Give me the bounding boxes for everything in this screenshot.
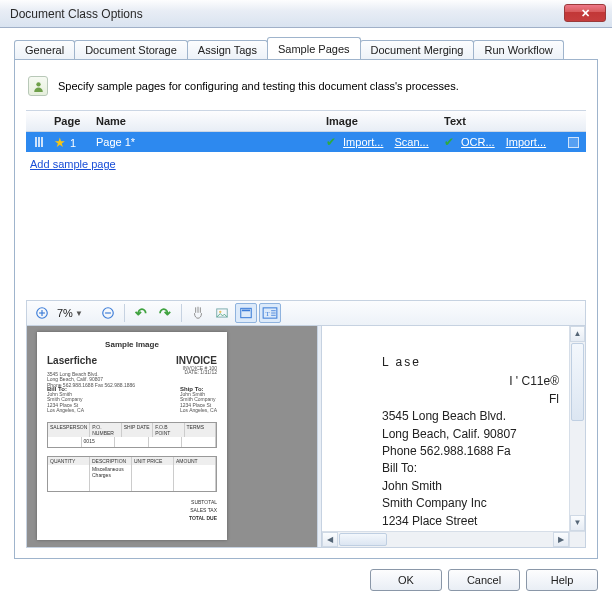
table-header: Page Name Image Text (26, 110, 586, 132)
help-button[interactable]: Help (526, 569, 598, 591)
zoom-out-button[interactable] (97, 303, 119, 323)
instruction-row: Specify sample pages for configuring and… (26, 72, 586, 110)
image-scan-link[interactable]: Scan... (394, 136, 428, 148)
ocr-line: Phone 562.988.1688 Fa (382, 443, 567, 460)
add-sample-row: Add sample page (26, 152, 586, 176)
check-icon: ✔ (444, 135, 454, 149)
tab-label: Run Workflow (484, 44, 552, 56)
picture-button[interactable] (211, 303, 233, 323)
scroll-right-icon[interactable]: ▶ (553, 532, 569, 547)
pan-button[interactable] (187, 303, 209, 323)
tab-label: Assign Tags (198, 44, 257, 56)
tab-document-storage[interactable]: Document Storage (74, 40, 188, 59)
scroll-thumb[interactable] (339, 533, 387, 546)
selection-indicator (568, 137, 579, 148)
ocr-line: John Smith (382, 478, 567, 495)
svg-rect-9 (242, 310, 250, 312)
svg-point-0 (36, 82, 40, 86)
ocr-line: L ase (382, 354, 567, 371)
scroll-down-icon[interactable]: ▼ (570, 515, 585, 531)
row-text-cell: ✔ OCR... Import... (444, 135, 568, 149)
preview-toolbar: 7%▼ ↶ ↷ T (26, 300, 586, 326)
text-pane[interactable]: L ase I ' C11e® Fl 3545 Long Beach Blvd.… (322, 326, 585, 547)
horizontal-scrollbar[interactable]: ◀▶ (322, 531, 569, 547)
tab-label: Sample Pages (278, 43, 350, 55)
tab-document-merging[interactable]: Document Merging (360, 40, 475, 59)
check-icon: ✔ (326, 135, 336, 149)
tab-label: Document Merging (371, 44, 464, 56)
zoom-value: 7% (57, 307, 73, 319)
text-panel-button[interactable]: T (259, 303, 281, 323)
image-import-link[interactable]: Import... (343, 136, 383, 148)
zoom-in-button[interactable] (31, 303, 53, 323)
tab-panel-sample-pages: Specify sample pages for configuring and… (14, 59, 598, 559)
star-icon: ★ (54, 135, 66, 150)
undo-button[interactable]: ↶ (130, 303, 152, 323)
row-select-cell (568, 137, 586, 148)
scroll-left-icon[interactable]: ◀ (322, 532, 338, 547)
vertical-scrollbar[interactable]: ▲▼ (569, 326, 585, 531)
text-import-link[interactable]: Import... (506, 136, 546, 148)
row-name-cell: Page 1* (96, 136, 326, 148)
thumb-table2: QUANTITYDESCRIPTIONUNIT PRICEAMOUNT Misc… (47, 456, 217, 492)
ocr-line: Long Beach, Calif. 90807 (382, 426, 567, 443)
thumb-totals: SUBTOTAL SALES TAX TOTAL DUE (47, 498, 217, 522)
drag-handle-icon[interactable] (26, 137, 52, 147)
title-bar: Document Class Options ✕ (0, 0, 612, 28)
tab-sample-pages[interactable]: Sample Pages (267, 37, 361, 59)
row-page-number: 1 (70, 137, 76, 149)
instruction-text: Specify sample pages for configuring and… (58, 80, 459, 92)
image-pane[interactable]: Sample Image LaserficheINVOICE INVOICE #… (27, 326, 317, 547)
ocr-line: 3545 Long Beach Blvd. (382, 408, 567, 425)
zoom-level[interactable]: 7%▼ (55, 307, 95, 319)
image-panel-button[interactable] (235, 303, 257, 323)
text-ocr-link[interactable]: OCR... (461, 136, 495, 148)
dialog-content: General Document Storage Assign Tags Sam… (0, 28, 612, 603)
thumb-title: Sample Image (47, 340, 217, 349)
ok-button[interactable]: OK (370, 569, 442, 591)
svg-text:T: T (265, 310, 270, 317)
tab-strip: General Document Storage Assign Tags Sam… (14, 38, 598, 59)
preview-panes: Sample Image LaserficheINVOICE INVOICE #… (26, 326, 586, 548)
svg-point-7 (219, 311, 221, 313)
user-icon (28, 76, 48, 96)
row-page-cell: ★1 (52, 135, 96, 150)
tab-general[interactable]: General (14, 40, 75, 59)
tab-assign-tags[interactable]: Assign Tags (187, 40, 268, 59)
scroll-thumb[interactable] (571, 343, 584, 421)
add-sample-link[interactable]: Add sample page (30, 158, 116, 170)
dialog-buttons: OK Cancel Help (14, 559, 598, 591)
scroll-corner (569, 531, 585, 547)
close-icon: ✕ (581, 7, 590, 20)
column-image: Image (326, 115, 444, 127)
ocr-line: Bill To: (382, 460, 567, 477)
ocr-line: Smith Company Inc (382, 495, 567, 512)
page-thumbnail: Sample Image LaserficheINVOICE INVOICE #… (37, 332, 227, 540)
scroll-up-icon[interactable]: ▲ (570, 326, 585, 342)
table-row[interactable]: ★1 Page 1* ✔ Import... Scan... ✔ OCR... … (26, 132, 586, 152)
row-image-cell: ✔ Import... Scan... (326, 135, 444, 149)
column-name: Name (96, 115, 326, 127)
ocr-line: Fl (382, 391, 567, 408)
window-title: Document Class Options (10, 7, 143, 21)
tab-label: Document Storage (85, 44, 177, 56)
preview-area: 7%▼ ↶ ↷ T Sample Image LaserficheINVOICE… (26, 300, 586, 548)
chevron-down-icon: ▼ (75, 309, 83, 318)
cancel-button[interactable]: Cancel (448, 569, 520, 591)
tab-label: General (25, 44, 64, 56)
column-page: Page (52, 115, 96, 127)
ocr-line: 1234 Place Street (382, 513, 567, 530)
column-text: Text (444, 115, 568, 127)
close-button[interactable]: ✕ (564, 4, 606, 22)
redo-button[interactable]: ↷ (154, 303, 176, 323)
thumb-table1: SALESPERSONP.O. NUMBERSHIP DATEF.O.B POI… (47, 422, 217, 448)
thumb-brand: Laserfiche (47, 355, 97, 366)
ocr-line: I ' C11e® (382, 373, 567, 390)
tab-run-workflow[interactable]: Run Workflow (473, 40, 563, 59)
